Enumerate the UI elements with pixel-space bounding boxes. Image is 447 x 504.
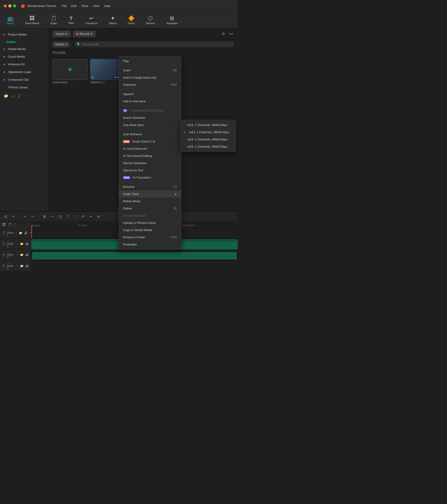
- toolbar-stickers[interactable]: ⬡ Stickers: [144, 14, 157, 26]
- ctx-insert[interactable]: Insert ⇧⌘I: [119, 67, 181, 74]
- collapse-button[interactable]: ❮: [18, 94, 21, 98]
- ctx-auto-reframe[interactable]: Auto Reframe: [119, 131, 181, 138]
- sidebar-item-photos-library[interactable]: Photos Library: [0, 83, 49, 91]
- submenu-item-4[interactable]: in24, 1 Channels, 48000 kbps: [181, 143, 236, 150]
- ctx-scene-detection[interactable]: Scene Detection: [119, 114, 181, 121]
- sidebar-item-adjustment-layer[interactable]: ▶ Adjustment Layer: [0, 68, 49, 76]
- sidebar-item-compound-clip[interactable]: ▶ Compound Clip: [0, 76, 49, 83]
- menu-help[interactable]: Help: [104, 4, 110, 8]
- ctx-auto-reframe-label: Auto Reframe: [123, 132, 142, 136]
- record-button[interactable]: Record ▾: [73, 31, 95, 37]
- submenu-item-3[interactable]: in24, 1 Channels, 48000 kbps: [181, 136, 236, 143]
- ctx-copy-global[interactable]: Copy to Global Media: [119, 226, 181, 234]
- more-options-icon[interactable]: •••: [228, 31, 234, 37]
- ctx-play-label: Play: [123, 59, 129, 63]
- ctx-relink-media-label: Relink Media: [123, 199, 140, 203]
- new-folder-button[interactable]: 📁: [4, 94, 8, 98]
- cut-button[interactable]: ✂: [50, 213, 56, 220]
- import-button[interactable]: Import ▾: [53, 31, 71, 37]
- submenu-item-1-label: in24, 1 Channels, 48000 kbps: [187, 123, 227, 127]
- audio-2-add-button[interactable]: +: [16, 253, 19, 257]
- audio-1-folder-button[interactable]: 📁: [19, 242, 24, 246]
- snap-button[interactable]: ⊞: [3, 213, 9, 220]
- ai-button[interactable]: ✦: [88, 213, 94, 220]
- undo-button[interactable]: ↩: [22, 213, 28, 220]
- audio-3-add-button[interactable]: +: [16, 264, 19, 268]
- toolbar-effects[interactable]: ✦ Effects: [107, 14, 119, 26]
- sticker-button[interactable]: ⊕: [95, 213, 101, 220]
- ctx-relink-media[interactable]: Relink Media: [119, 198, 181, 205]
- text-button[interactable]: T: [65, 214, 70, 220]
- audio-3-volume-button[interactable]: 🔊: [25, 264, 29, 268]
- ctx-rename[interactable]: Rename F2: [119, 183, 181, 190]
- ctx-ai-vocal-remover[interactable]: AI Vocal Remover: [119, 145, 181, 152]
- speed-button[interactable]: ⟳: [80, 213, 86, 220]
- audio-3-folder-button[interactable]: 📁: [19, 264, 24, 268]
- delete-button[interactable]: 🗑: [41, 214, 48, 220]
- toolbar: 📺 Media 🖼 Stock Media 🎵 Audio T Titles ↩…: [0, 12, 238, 28]
- ctx-delete[interactable]: Delete ⌫: [119, 205, 181, 212]
- audio-1-add-button[interactable]: +: [16, 242, 19, 246]
- timecode-5: 00:00:05: [78, 224, 87, 227]
- submenu-item-1[interactable]: in24, 1 Channels, 48000 kbps: [181, 121, 236, 128]
- sidebar-item-influence-kit[interactable]: ▶ Influence Kit: [0, 60, 49, 68]
- audio-1-volume-button[interactable]: 🔊: [25, 242, 29, 246]
- playhead-triangle: [31, 226, 33, 228]
- ctx-audio-track[interactable]: Audio Track ▶: [119, 190, 181, 198]
- sidebar-item-cloud-media[interactable]: ▶ Cloud Media: [0, 53, 49, 60]
- toolbar-audio[interactable]: 🎵 Audio: [48, 14, 59, 26]
- ctx-ai-text-editing[interactable]: AI Text Based Editing: [119, 152, 181, 160]
- ctx-ai-translation[interactable]: NEW AI Translation: [119, 174, 181, 181]
- toolbar-templates[interactable]: ⊞ Templates: [164, 14, 180, 26]
- ctx-reveal-finder[interactable]: Reveal in Finder ⇧⌘R: [119, 234, 181, 241]
- toolbar-filters[interactable]: 🔶 Filters: [125, 14, 137, 26]
- ctx-silence-detection[interactable]: Silence Detection: [119, 160, 181, 167]
- audio-2-volume-button[interactable]: 🔊: [25, 253, 29, 257]
- audio-2-folder-button[interactable]: 📁: [19, 253, 24, 257]
- ripple-button[interactable]: ✂: [10, 213, 16, 220]
- import-media-item[interactable]: + Import Media: [53, 59, 87, 84]
- menu-file[interactable]: File: [62, 4, 67, 8]
- search-input[interactable]: [82, 43, 232, 46]
- toolbar-titles[interactable]: T Titles: [66, 15, 76, 26]
- ctx-add-new-track[interactable]: Add to new track: [119, 98, 181, 105]
- add-compound-clip-button[interactable]: ⬡: [14, 223, 16, 226]
- filter-icon[interactable]: ⚙: [221, 31, 226, 37]
- toolbar-media[interactable]: 📺 Media: [5, 14, 16, 26]
- crop-button[interactable]: ⬚: [72, 213, 78, 220]
- toolbar-stock-media[interactable]: 🖼 Stock Media: [23, 14, 42, 26]
- track-add-button[interactable]: +: [15, 231, 18, 235]
- close-button[interactable]: [4, 4, 7, 7]
- sidebar-item-global-media[interactable]: ▶ Global Media: [0, 45, 49, 53]
- ctx-append[interactable]: Append: [119, 90, 181, 98]
- split-button[interactable]: ⊟: [57, 213, 63, 220]
- ctx-insert-target[interactable]: Insert in target track only: [119, 74, 181, 81]
- ctx-rename-label: Rename: [123, 185, 134, 189]
- ctx-play[interactable]: Play: [119, 57, 181, 65]
- add-video-track-button[interactable]: 🎬: [2, 223, 6, 226]
- menu-tools[interactable]: Tools: [81, 4, 88, 8]
- add-audio-track-button[interactable]: 🎵: [8, 223, 12, 226]
- ctx-speech-to-text[interactable]: Speech-to-Text: [119, 167, 181, 174]
- menu-view[interactable]: View: [93, 4, 99, 8]
- ctx-auto-beat-sync[interactable]: Auto Beat Sync: [119, 121, 181, 128]
- ctx-smart-scene-cut[interactable]: HOT Smart Scene Cut: [119, 138, 181, 145]
- chevron-icon-3: ▶: [4, 55, 6, 58]
- sidebar-item-project-media[interactable]: ▶ Project Media: [0, 31, 49, 38]
- fullscreen-button[interactable]: [13, 4, 16, 7]
- folder-button[interactable]: 🗂: [11, 94, 15, 98]
- submenu-item-2[interactable]: in24, 1 Channels, 48000 kbps: [181, 128, 236, 136]
- track-folder-button[interactable]: 📁: [18, 231, 23, 235]
- redo-button[interactable]: ↪: [30, 213, 36, 220]
- import-thumb[interactable]: +: [53, 59, 87, 80]
- ctx-upload-filmora[interactable]: Upload to Filmora Cloud: [119, 219, 181, 226]
- app-name: Wondershare Filmora: [27, 4, 56, 8]
- toolbar-transitions[interactable]: ↩ Transitions: [83, 14, 100, 26]
- track-volume-button[interactable]: 🔊: [24, 231, 28, 235]
- menu-edit[interactable]: Edit: [71, 4, 76, 8]
- default-button[interactable]: Default ▾: [53, 42, 70, 47]
- ctx-overwrite[interactable]: Overwrite ⇧⌘O: [119, 81, 181, 88]
- minimize-button[interactable]: [8, 4, 11, 7]
- ctx-properties[interactable]: Properties: [119, 241, 181, 248]
- import-label: Import: [56, 32, 64, 36]
